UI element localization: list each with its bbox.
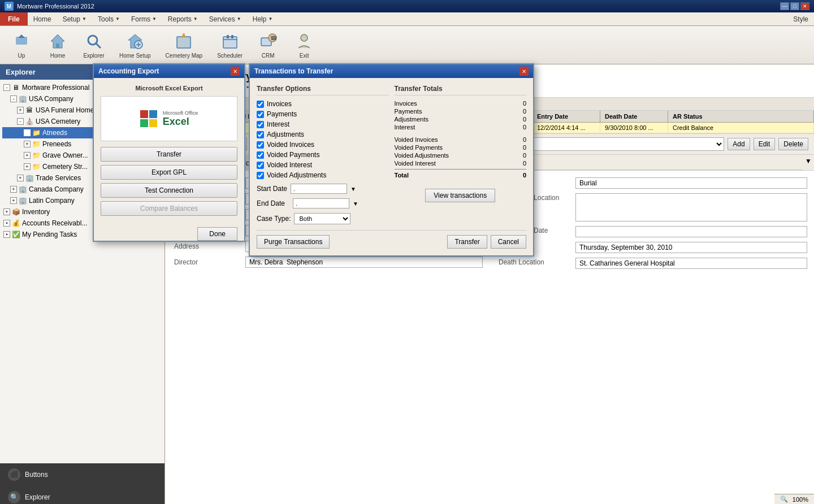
cemetery-icon: ⛪ bbox=[25, 117, 34, 126]
transactions-dialog: Transactions to Transfer ✕ Transfer Opti… bbox=[249, 63, 534, 257]
tree-expand-canada[interactable]: + bbox=[10, 186, 17, 193]
total-payments-label: Payments bbox=[395, 108, 422, 115]
tree-expand-ar[interactable]: • bbox=[3, 220, 10, 227]
transfer-dialog-btn[interactable]: Transfer bbox=[447, 235, 487, 249]
field-disposition-location[interactable] bbox=[575, 193, 807, 221]
total-payments: Payments 0 bbox=[395, 108, 527, 115]
transfer-acct-btn[interactable]: Transfer bbox=[101, 147, 237, 162]
tree-expand-grave-owner[interactable]: + bbox=[24, 152, 31, 159]
maximize-btn[interactable]: □ bbox=[790, 2, 799, 10]
buttons-section-btn[interactable]: ⬛ Buttons bbox=[0, 463, 164, 486]
trans-action-btns: Transfer Cancel bbox=[447, 235, 526, 249]
end-date-input[interactable] bbox=[293, 198, 349, 208]
case-type-select[interactable]: Both Atneed Preneed bbox=[294, 213, 350, 224]
tree-label-inventory: Inventory bbox=[22, 208, 50, 216]
cb-interest[interactable] bbox=[257, 121, 264, 128]
tree-expand-inventory[interactable]: + bbox=[3, 208, 10, 215]
trans-inner: Transfer Options Invoices Payments Inter… bbox=[257, 85, 526, 224]
explorer-section-btn[interactable]: 🔍 Explorer bbox=[0, 486, 164, 504]
style-menu[interactable]: Style bbox=[787, 12, 814, 25]
sq-red bbox=[140, 110, 148, 118]
scheduler-btn[interactable]: Scheduler bbox=[211, 28, 249, 62]
cb-voided-invoices[interactable] bbox=[257, 141, 264, 149]
svg-rect-15 bbox=[227, 35, 229, 38]
cemetery-map-btn[interactable]: Cemetery Map bbox=[159, 28, 209, 62]
tasks-icon: ✅ bbox=[11, 230, 20, 239]
home-btn[interactable]: Home bbox=[41, 28, 75, 62]
cb-voided-adjustments[interactable] bbox=[257, 172, 264, 179]
file-menu[interactable]: File bbox=[0, 12, 28, 25]
status-bar: 🔍 100% bbox=[774, 494, 814, 504]
excel-section-title: Microsoft Excel Export bbox=[101, 85, 237, 92]
field-director[interactable] bbox=[245, 257, 483, 268]
tree-expand-tasks[interactable]: • bbox=[3, 231, 10, 238]
tools-menu[interactable]: Tools ▼ bbox=[92, 12, 125, 25]
inventory-icon: 📦 bbox=[11, 207, 20, 216]
tree-expand-usa-funeral[interactable]: + bbox=[17, 107, 24, 114]
total-invoices: Invoices 0 bbox=[395, 100, 527, 107]
col-ar-status[interactable]: AR Status bbox=[668, 111, 814, 122]
help-menu[interactable]: Help ▼ bbox=[247, 12, 279, 25]
transfer-totals-panel: Transfer Totals Invoices 0 Payments 0 Ad… bbox=[395, 85, 527, 224]
tree-label-grave-owner: Grave Owner... bbox=[42, 151, 88, 159]
test-connection-btn[interactable]: Test Connection bbox=[101, 183, 237, 198]
export-gpl-btn[interactable]: Export GPL bbox=[101, 165, 237, 180]
tabs-scroll-arrow[interactable]: ▼ bbox=[803, 155, 814, 170]
scheduler-icon bbox=[220, 31, 240, 51]
transfer-options-header: Transfer Options bbox=[257, 85, 389, 95]
forms-menu[interactable]: Forms ▼ bbox=[125, 12, 162, 25]
purge-transactions-btn[interactable]: Purge Transactions bbox=[257, 235, 330, 249]
up-btn[interactable]: Up bbox=[5, 28, 38, 62]
cell-entry-date: 12/2/2014 4:14 ... bbox=[532, 123, 600, 133]
explorer-bottom-label: Explorer bbox=[25, 493, 50, 501]
home-setup-btn[interactable]: Home Setup bbox=[113, 28, 157, 62]
total-voided-adjustments-value: 0 bbox=[523, 152, 526, 159]
tree-expand-atneeds[interactable]: + bbox=[24, 129, 31, 136]
explorer-btn[interactable]: Explorer bbox=[77, 28, 111, 62]
tree-expand-trade[interactable]: + bbox=[17, 175, 24, 181]
edit-btn[interactable]: Edit bbox=[754, 138, 776, 150]
tree-expand-usa-cemetery[interactable]: - bbox=[17, 118, 24, 125]
exit-btn[interactable]: Exit bbox=[287, 28, 321, 62]
field-package[interactable] bbox=[575, 177, 807, 189]
view-transactions-btn[interactable]: View transactions bbox=[425, 189, 495, 202]
setup-menu[interactable]: Setup ▼ bbox=[57, 12, 92, 25]
field-disposition-date[interactable] bbox=[575, 226, 807, 237]
tree-expand-mortware[interactable]: - bbox=[3, 84, 10, 91]
cb-adjustments[interactable] bbox=[257, 131, 264, 138]
reports-menu[interactable]: Reports ▼ bbox=[162, 12, 204, 25]
zoom-icon: 🔍 bbox=[780, 496, 788, 503]
col-death-date[interactable]: Death Date bbox=[600, 111, 668, 122]
delete-btn[interactable]: Delete bbox=[778, 138, 808, 150]
field-death-location[interactable] bbox=[575, 258, 807, 269]
close-btn[interactable]: ✕ bbox=[800, 2, 809, 10]
tree-expand-preneeds[interactable]: + bbox=[24, 141, 31, 147]
transactions-close-btn[interactable]: ✕ bbox=[519, 67, 529, 76]
minimize-btn[interactable]: — bbox=[780, 2, 789, 10]
add-btn[interactable]: Add bbox=[728, 138, 750, 150]
cb-payments[interactable] bbox=[257, 111, 264, 118]
accounting-export-close-btn[interactable]: ✕ bbox=[231, 67, 240, 76]
done-btn[interactable]: Done bbox=[197, 227, 237, 241]
col-entry-date[interactable]: Entry Date bbox=[532, 111, 600, 122]
compare-balances-btn[interactable]: Compare Balances bbox=[101, 201, 237, 216]
tree-label-cemetery-str: Cemetery Str... bbox=[42, 163, 88, 171]
total-voided-interest-label: Voided Interest bbox=[395, 160, 436, 167]
cb-invoices[interactable] bbox=[257, 101, 264, 108]
cancel-dialog-btn[interactable]: Cancel bbox=[491, 235, 526, 249]
excel-text-area: Microsoft Office Excel bbox=[163, 110, 198, 128]
tree-expand-cemetery-str[interactable]: + bbox=[24, 163, 31, 170]
title-bar-controls: — □ ✕ bbox=[780, 2, 809, 10]
cb-voided-payments[interactable] bbox=[257, 151, 264, 159]
start-date-input[interactable] bbox=[291, 184, 347, 194]
end-date-arrow[interactable]: ▼ bbox=[353, 201, 358, 207]
tree-expand-latin[interactable]: + bbox=[10, 197, 17, 204]
services-menu[interactable]: Services ▼ bbox=[204, 12, 247, 25]
cb-voided-interest[interactable] bbox=[257, 162, 264, 169]
crm-btn[interactable]: ☎ CRM bbox=[251, 28, 285, 62]
start-date-arrow[interactable]: ▼ bbox=[350, 186, 356, 192]
explorer-icon bbox=[84, 31, 104, 51]
field-death-date[interactable] bbox=[575, 242, 807, 253]
home-menu[interactable]: Home bbox=[28, 12, 57, 25]
tree-expand-usa-company[interactable]: - bbox=[10, 95, 17, 102]
